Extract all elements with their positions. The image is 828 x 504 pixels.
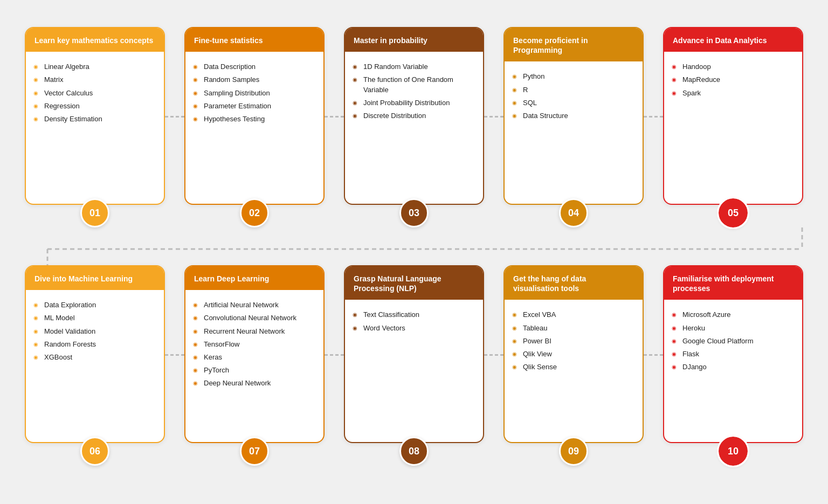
- list-item: ◉Joint Probability Distribution: [353, 96, 475, 109]
- h-connector: [484, 116, 503, 118]
- card-with-badge: Learn Deep Learning◉Artificial Neural Ne…: [184, 265, 325, 466]
- card-body-09: ◉Excel VBA◉Tableau◉Power BI◉Qlik View◉Ql…: [505, 300, 643, 442]
- card-01: Learn key mathematics concepts◉Linear Al…: [25, 27, 165, 205]
- list-item: ◉Density Estimation: [33, 113, 156, 126]
- list-item: ◉Data Description: [193, 60, 316, 73]
- card-with-badge: Familiarise with deployment processes◉Mi…: [663, 265, 803, 466]
- list-item: ◉TensorFlow: [193, 338, 316, 351]
- list-item: ◉Vector Calculus: [33, 87, 156, 100]
- list-item: ◉ML Model: [33, 312, 156, 325]
- badge-03: 03: [399, 198, 429, 227]
- card-header-07: Learn Deep Learning: [185, 266, 323, 290]
- badge-09: 09: [559, 437, 588, 466]
- list-item: ◉The function of One Random Variable: [353, 73, 475, 96]
- card-05: Advance in Data Analytics◉Handoop◉MapRed…: [663, 27, 803, 205]
- card-with-badge: Grasp Natural Language Processing (NLP)◉…: [344, 265, 484, 466]
- list-item: ◉Convolutional Neural Network: [193, 312, 316, 325]
- card-body-07: ◉Artificial Neural Network◉Convolutional…: [185, 290, 323, 442]
- card-header-03: Master in probability: [345, 28, 483, 52]
- list-item: ◉Sampling Distribution: [193, 87, 316, 100]
- list-item: ◉Power BI: [512, 335, 635, 348]
- list-item: ◉Python: [512, 70, 635, 83]
- list-item: ◉Data Exploration: [33, 299, 156, 312]
- card-08: Grasp Natural Language Processing (NLP)◉…: [344, 265, 484, 443]
- list-item: ◉Matrix: [33, 73, 156, 86]
- roadmap-container: Learn key mathematics concepts◉Linear Al…: [11, 27, 817, 466]
- h-connector: [644, 116, 663, 118]
- card-07: Learn Deep Learning◉Artificial Neural Ne…: [184, 265, 325, 443]
- card-04: Become proficient in Programming◉Python◉…: [503, 27, 644, 205]
- h-connector: [325, 354, 344, 356]
- list-item: ◉Regression: [33, 100, 156, 113]
- badge-06: 06: [80, 437, 109, 466]
- list-item: ◉DJango: [672, 361, 795, 374]
- list-item: ◉Deep Neural Network: [193, 377, 316, 390]
- list-item: ◉Keras: [193, 351, 316, 364]
- list-item: ◉Random Samples: [193, 73, 316, 86]
- card-with-badge: Fine-tune statistics◉Data Description◉Ra…: [184, 27, 325, 227]
- card-03: Master in probability◉1D Random Variable…: [344, 27, 484, 205]
- list-item: ◉Excel VBA: [512, 308, 635, 321]
- badge-05: 05: [719, 198, 748, 227]
- list-item: ◉R: [512, 84, 635, 96]
- row-2: Dive into Machine Learning◉Data Explorat…: [11, 265, 817, 466]
- list-item: ◉Random Forests: [33, 338, 156, 351]
- card-09: Get the hang of data visualisation tools…: [503, 265, 644, 443]
- h-connector: [484, 354, 503, 356]
- card-body-03: ◉1D Random Variable◉The function of One …: [345, 52, 483, 204]
- list-item: ◉PyTorch: [193, 364, 316, 377]
- list-item: ◉SQL: [512, 96, 635, 109]
- badge-04: 04: [559, 198, 588, 227]
- badge-02: 02: [240, 198, 269, 227]
- card-with-badge: Master in probability◉1D Random Variable…: [344, 27, 484, 227]
- list-item: ◉Text Classification: [353, 308, 475, 321]
- card-header-08: Grasp Natural Language Processing (NLP): [345, 266, 483, 300]
- h-connector: [165, 354, 184, 356]
- list-item: ◉Model Validation: [33, 325, 156, 338]
- card-with-badge: Get the hang of data visualisation tools…: [503, 265, 644, 466]
- card-header-04: Become proficient in Programming: [505, 28, 643, 61]
- card-body-01: ◉Linear Algebra◉Matrix◉Vector Calculus◉R…: [26, 52, 164, 204]
- list-item: ◉Heroku: [672, 322, 795, 335]
- list-item: ◉Data Structure: [512, 109, 635, 122]
- list-item: ◉Microsoft Azure: [672, 308, 795, 321]
- row-connector: [11, 227, 817, 265]
- h-connector: [165, 116, 184, 118]
- card-body-08: ◉Text Classification◉Word Vectors: [345, 300, 483, 442]
- row-1: Learn key mathematics concepts◉Linear Al…: [11, 27, 817, 227]
- list-item: ◉Discrete Distribution: [353, 109, 475, 122]
- card-body-06: ◉Data Exploration◉ML Model◉Model Validat…: [26, 290, 164, 442]
- list-item: ◉XGBoost: [33, 351, 156, 364]
- badge-08: 08: [399, 437, 429, 466]
- list-item: ◉Recurrent Neural Network: [193, 325, 316, 338]
- card-header-06: Dive into Machine Learning: [26, 266, 164, 290]
- list-item: ◉Hypotheses Testing: [193, 113, 316, 126]
- badge-10: 10: [719, 437, 748, 466]
- list-item: ◉Artificial Neural Network: [193, 299, 316, 312]
- card-06: Dive into Machine Learning◉Data Explorat…: [25, 265, 165, 443]
- card-body-05: ◉Handoop◉MapReduce◉Spark: [664, 52, 802, 204]
- list-item: ◉MapReduce: [672, 73, 795, 86]
- list-item: ◉Tableau: [512, 322, 635, 335]
- card-header-02: Fine-tune statistics: [185, 28, 323, 52]
- card-with-badge: Become proficient in Programming◉Python◉…: [503, 27, 644, 227]
- card-with-badge: Advance in Data Analytics◉Handoop◉MapRed…: [663, 27, 803, 227]
- card-body-10: ◉Microsoft Azure◉Heroku◉Google Cloud Pla…: [664, 300, 802, 442]
- card-body-04: ◉Python◉R◉SQL◉Data Structure: [505, 61, 643, 204]
- card-header-10: Familiarise with deployment processes: [664, 266, 802, 300]
- badge-07: 07: [240, 437, 269, 466]
- card-header-01: Learn key mathematics concepts: [26, 28, 164, 52]
- list-item: ◉Word Vectors: [353, 322, 475, 335]
- card-with-badge: Learn key mathematics concepts◉Linear Al…: [25, 27, 165, 227]
- card-10: Familiarise with deployment processes◉Mi…: [663, 265, 803, 443]
- h-connector: [325, 116, 344, 118]
- card-02: Fine-tune statistics◉Data Description◉Ra…: [184, 27, 325, 205]
- list-item: ◉Parameter Estimation: [193, 100, 316, 113]
- list-item: ◉1D Random Variable: [353, 60, 475, 73]
- list-item: ◉Qlik View: [512, 348, 635, 361]
- card-header-09: Get the hang of data visualisation tools: [505, 266, 643, 300]
- card-body-02: ◉Data Description◉Random Samples◉Samplin…: [185, 52, 323, 204]
- list-item: ◉Handoop: [672, 60, 795, 73]
- h-connector: [644, 354, 663, 356]
- card-header-05: Advance in Data Analytics: [664, 28, 802, 52]
